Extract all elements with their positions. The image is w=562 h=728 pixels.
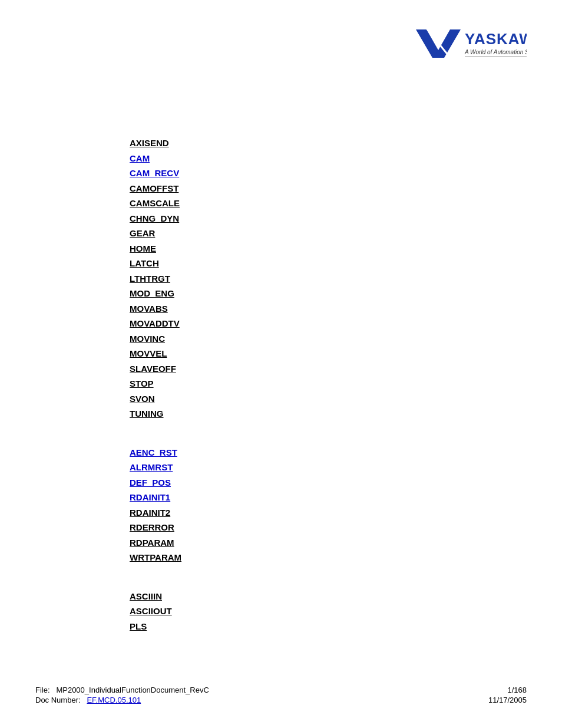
item-asciiout: ASCIIOUT (130, 604, 527, 619)
footer-file: File: MP2000_IndividualFunctionDocument_… (35, 686, 209, 694)
footer-file-label: File: (35, 686, 50, 694)
footer-doc: Doc Number: EF.MCD.05.101 (35, 696, 209, 704)
item-rdainit1[interactable]: RDAINIT1 (130, 490, 527, 505)
logo-container: YASKAWA A World of Automation Solutions™ (409, 24, 527, 65)
item-wrtparam: WRTPARAM (130, 550, 527, 565)
item-mod-eng: MOD_ENG (130, 286, 527, 301)
item-cam-recv[interactable]: CAM_RECV (130, 166, 527, 181)
item-cam[interactable]: CAM (130, 151, 527, 166)
footer-date: 11/17/2005 (488, 696, 527, 704)
section-system: AENC_RSTALRMRSTDEF_POSRDAINIT1RDAINIT2RD… (130, 445, 527, 565)
item-slaveoff: SLAVEOFF (130, 361, 527, 377)
item-asciiin: ASCIIIN (130, 589, 527, 604)
item-rderror: RDERROR (130, 520, 527, 535)
item-rdainit2: RDAINIT2 (130, 505, 527, 521)
item-gear: GEAR (130, 226, 527, 241)
footer-left: File: MP2000_IndividualFunctionDocument_… (35, 686, 209, 704)
footer-file-name: MP2000_IndividualFunctionDocument_RevC (56, 686, 209, 694)
item-lthtrgt: LTHTRGT (130, 271, 527, 286)
header: YASKAWA A World of Automation Solutions™ (35, 24, 527, 65)
page: YASKAWA A World of Automation Solutions™… (0, 0, 562, 728)
yaskawa-logo: YASKAWA A World of Automation Solutions™ (409, 24, 527, 65)
item-movvel: MOVVEL (130, 346, 527, 361)
item-latch: LATCH (130, 256, 527, 271)
item-home: HOME (130, 241, 527, 256)
section-motion: AXISENDCAMCAM_RECVCAMOFFSTCAMSCALECHNG_D… (130, 136, 527, 421)
item-movabs: MOVABS (130, 301, 527, 317)
item-camoffst: CAMOFFST (130, 181, 527, 196)
item-aenc-rst[interactable]: AENC_RST (130, 445, 527, 460)
item-rdparam: RDPARAM (130, 535, 527, 551)
item-movinc: MOVINC (130, 331, 527, 347)
main-content: AXISENDCAMCAM_RECVCAMOFFSTCAMSCALECHNG_D… (35, 136, 527, 634)
svg-text:A World of Automation Solution: A World of Automation Solutions™ (464, 49, 527, 55)
item-svon: SVON (130, 391, 527, 407)
svg-text:YASKAWA: YASKAWA (465, 30, 527, 48)
footer-page: 1/168 (507, 686, 527, 694)
footer-doc-label: Doc Number: (35, 696, 81, 704)
item-pls: PLS (130, 619, 527, 634)
item-movaddtv: MOVADDTV (130, 316, 527, 331)
item-axisend: AXISEND (130, 136, 527, 151)
item-alrmrst[interactable]: ALRMRST (130, 460, 527, 475)
item-def-pos[interactable]: DEF_POS (130, 475, 527, 490)
section-io: ASCIIINASCIIOUTPLS (130, 589, 527, 634)
item-tuning: TUNING (130, 406, 527, 421)
item-chng-dyn: CHNG_DYN (130, 211, 527, 226)
item-stop: STOP (130, 376, 527, 391)
footer-doc-number[interactable]: EF.MCD.05.101 (87, 696, 141, 704)
footer-right: 1/168 11/17/2005 (488, 686, 527, 704)
footer: File: MP2000_IndividualFunctionDocument_… (35, 686, 527, 704)
item-camscale: CAMSCALE (130, 196, 527, 211)
